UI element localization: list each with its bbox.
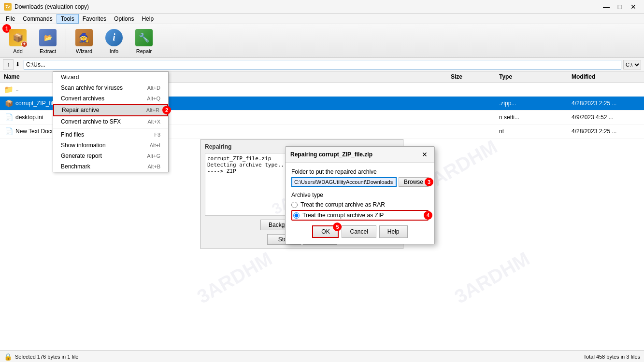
- wizard-icon: 🧙: [74, 28, 94, 47]
- title-bar-left: 7z Downloads (evaluation copy): [4, 3, 89, 11]
- toolbar: 1 📦 + Add 📂 Extract 🧙 Wizard i Info 🔧 Re: [0, 24, 644, 58]
- radio-zip-row: 4 Treat the corrupt archive as ZIP: [291, 210, 429, 221]
- dialog-body: Folder to put the repaired archive 3 Bro…: [286, 163, 434, 244]
- menu-bar: File Commands Tools Favorites Options He…: [0, 14, 644, 24]
- status-left: 🔒 Selected 176 bytes in 1 file: [4, 353, 78, 361]
- menu-favorites[interactable]: Favorites: [79, 14, 110, 23]
- menu-tools[interactable]: Tools: [57, 14, 79, 24]
- wizard-label: Wizard: [76, 48, 92, 54]
- radio-rar-row: Treat the corrupt archive as RAR: [291, 201, 429, 208]
- zip-file-icon: 📦: [4, 98, 14, 108]
- title-bar-controls: — □ ✕: [600, 0, 640, 14]
- step-3-badge: 3: [425, 178, 433, 186]
- dialog-titlebar: Repairing corrupt_ZIP_file.zip ✕: [286, 147, 434, 163]
- download-icon: ⬇: [15, 61, 20, 68]
- folder-input[interactable]: [291, 177, 397, 187]
- menu-item-repair[interactable]: 2 Repair archive Alt+R: [53, 104, 168, 116]
- status-bar: 🔒 Selected 176 bytes in 1 file Total 458…: [0, 350, 644, 362]
- info-label: Info: [110, 48, 118, 54]
- drive-select[interactable]: C:\: [623, 60, 641, 70]
- add-icon: 📦 +: [8, 28, 28, 47]
- main-content: 3ARDHM Name Size Type Modified 📁 .. 📦 co…: [0, 71, 644, 350]
- col-header-size[interactable]: Size: [449, 72, 497, 81]
- dialog-footer: 5 OK Cancel Help: [291, 225, 429, 238]
- menu-options[interactable]: Options: [110, 14, 138, 23]
- add-label: Add: [13, 48, 23, 54]
- repair-dialog: Repairing corrupt_ZIP_file.zip ✕ Folder …: [285, 146, 435, 244]
- extract-label: Extract: [40, 48, 56, 54]
- folder-input-row: 3 Browse: [291, 177, 429, 187]
- repair-label: Repair: [136, 48, 152, 54]
- ok-button[interactable]: 5 OK: [312, 225, 339, 238]
- menu-commands[interactable]: Commands: [19, 14, 56, 23]
- step-2-badge: 2: [162, 106, 171, 114]
- toolbar-separator-1: [66, 29, 66, 53]
- col-header-modified[interactable]: Modified: [570, 72, 642, 81]
- radio-rar-label: Treat the corrupt archive as RAR: [301, 201, 385, 208]
- menu-item-benchmark[interactable]: Benchmark Alt+B: [53, 161, 168, 172]
- add-button[interactable]: 1 📦 + Add: [4, 26, 32, 56]
- menu-item-find[interactable]: Find files F3: [53, 129, 168, 140]
- wizard-button[interactable]: 🧙 Wizard: [70, 26, 98, 56]
- col-header-type[interactable]: Type: [497, 72, 570, 81]
- folder-label: Folder to put the repaired archive: [291, 168, 429, 175]
- extract-icon: 📂: [38, 28, 57, 47]
- menu-item-report[interactable]: Generate report Alt+G: [53, 151, 168, 161]
- menu-item-wizard[interactable]: Wizard: [53, 72, 168, 83]
- txt-file-icon: 📄: [4, 126, 14, 136]
- extract-button[interactable]: 📂 Extract: [34, 26, 62, 56]
- close-button[interactable]: ✕: [627, 0, 640, 14]
- menu-item-scan[interactable]: Scan archive for viruses Alt+D: [53, 83, 168, 93]
- status-left-text: Selected 176 bytes in 1 file: [15, 354, 78, 360]
- archive-type-label: Archive type: [291, 192, 429, 198]
- step-5-badge: 5: [333, 223, 342, 231]
- menu-separator: [53, 128, 168, 128]
- radio-zip-label: Treat the corrupt archive as ZIP: [302, 212, 384, 219]
- menu-item-info[interactable]: Show information Alt+I: [53, 140, 168, 151]
- maximize-button[interactable]: □: [613, 0, 627, 14]
- radio-zip[interactable]: [293, 212, 300, 219]
- folder-up-icon: 📁: [4, 84, 14, 94]
- info-button[interactable]: i Info: [100, 26, 128, 56]
- address-bar: ↑ ⬇ C:\: [0, 58, 644, 71]
- radio-rar[interactable]: [291, 202, 298, 208]
- menu-file[interactable]: File: [2, 14, 19, 23]
- repair-button[interactable]: 🔧 Repair: [130, 26, 158, 56]
- step-4-badge: 4: [424, 211, 432, 220]
- dialog-title: Repairing corrupt_ZIP_file.zip: [290, 151, 372, 158]
- title-bar: 7z Downloads (evaluation copy) — □ ✕: [0, 0, 644, 14]
- nav-up-button[interactable]: ↑: [3, 59, 14, 70]
- tools-dropdown-menu: Wizard Scan archive for viruses Alt+D Co…: [53, 71, 169, 172]
- repair-icon: 🔧: [134, 28, 154, 47]
- menu-item-convert[interactable]: Convert archives Alt+Q: [53, 93, 168, 104]
- status-icon: 🔒: [4, 353, 12, 361]
- minimize-button[interactable]: —: [600, 0, 613, 14]
- dialog-close-button[interactable]: ✕: [420, 150, 429, 159]
- browse-button[interactable]: Browse: [399, 177, 429, 187]
- info-icon: i: [104, 28, 124, 47]
- ini-file-icon: 📄: [4, 112, 14, 122]
- app-icon: 7z: [4, 3, 12, 11]
- cancel-button[interactable]: Cancel: [342, 225, 376, 238]
- menu-item-convert-sfx[interactable]: Convert archive to SFX Alt+X: [53, 116, 168, 127]
- address-input[interactable]: [24, 60, 621, 70]
- status-right-text: Total 458 bytes in 3 files: [584, 354, 640, 360]
- help-dialog-button[interactable]: Help: [379, 225, 408, 238]
- window-title: Downloads (evaluation copy): [14, 3, 89, 10]
- menu-help[interactable]: Help: [138, 14, 157, 23]
